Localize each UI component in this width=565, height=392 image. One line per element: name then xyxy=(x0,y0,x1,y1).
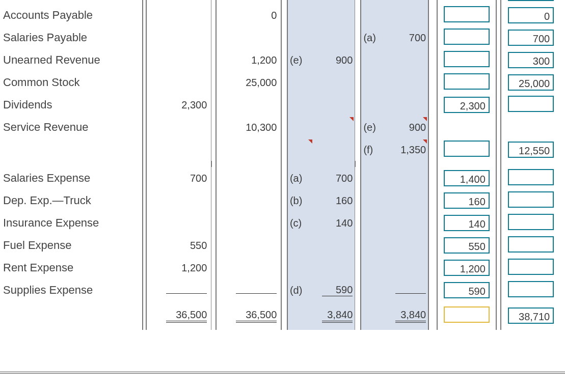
atb-debit-input[interactable]: 160 xyxy=(444,192,490,209)
account-name: Salaries Payable xyxy=(0,26,143,49)
table-row: Insurance Expense(c)140140 xyxy=(0,212,560,234)
account-name: Dep. Exp.—Truck xyxy=(0,189,143,212)
adj-debit-ref xyxy=(287,138,313,161)
atb-credit-input[interactable] xyxy=(508,281,554,297)
tb-credit xyxy=(216,189,281,212)
account-name: Dividends xyxy=(0,94,143,116)
account-name: Unearned Revenue xyxy=(0,49,143,71)
adj-debit-amt xyxy=(313,234,355,257)
atb-credit-input[interactable]: 160 xyxy=(508,0,554,1)
adj-credit-ref xyxy=(361,189,387,212)
adj-debit-amt: 700 xyxy=(313,167,355,189)
adj-credit-amt xyxy=(387,279,429,301)
section-divider xyxy=(0,372,565,374)
tb-debit xyxy=(146,49,211,71)
atb-credit-cell xyxy=(501,94,560,116)
adj-credit-amt xyxy=(387,167,429,189)
atb-credit-input[interactable]: 300 xyxy=(508,52,554,68)
adj-debit-amt xyxy=(313,116,355,138)
adj-debit-ref xyxy=(287,26,313,49)
atb-debit-total-input[interactable] xyxy=(444,306,490,323)
adj-credit-amt: 700 xyxy=(387,26,429,49)
atb-credit-cell: 160 xyxy=(501,0,560,4)
atb-credit-input[interactable] xyxy=(508,96,554,112)
atb-credit-total-input[interactable]: 38,710 xyxy=(508,307,554,324)
atb-debit-input[interactable]: 2,300 xyxy=(444,97,490,113)
atb-credit-input[interactable] xyxy=(508,236,554,253)
atb-credit-input[interactable]: 12,550 xyxy=(508,142,554,158)
table-row: Dep. Exp.—Truck(b)160160 xyxy=(0,189,560,212)
tb-debit xyxy=(146,4,211,26)
adj-credit-amt: 1,350 xyxy=(387,138,429,161)
adj-credit-ref: (b) xyxy=(361,0,387,4)
adj-credit-amt xyxy=(387,212,429,234)
atb-debit-cell xyxy=(437,4,497,26)
adj-credit-amt xyxy=(387,4,429,26)
atb-debit-cell: 1,200 xyxy=(437,257,497,279)
atb-credit-cell xyxy=(501,116,560,138)
adj-debit-amt xyxy=(313,94,355,116)
atb-debit-input[interactable]: 1,400 xyxy=(444,170,490,186)
atb-credit-input[interactable] xyxy=(508,214,554,230)
tb-debit: 1,200 xyxy=(146,257,211,279)
adj-debit-ref xyxy=(287,0,313,4)
atb-credit-input[interactable]: 25,000 xyxy=(508,74,554,91)
atb-debit-input[interactable]: 140 xyxy=(444,215,490,231)
atb-debit-input[interactable] xyxy=(444,73,490,90)
adj-credit-ref: (a) xyxy=(361,26,387,49)
adj-credit-ref xyxy=(361,71,387,94)
tb-credit xyxy=(216,26,281,49)
adj-credit-ref xyxy=(361,234,387,257)
tb-credit: 1,200 xyxy=(216,49,281,71)
atb-debit-input[interactable] xyxy=(444,6,490,22)
tb-debit xyxy=(146,116,211,138)
atb-debit-input[interactable]: 590 xyxy=(444,282,490,298)
tb-credit xyxy=(216,94,281,116)
tb-debit xyxy=(146,0,211,4)
tb-credit xyxy=(216,212,281,234)
table-row: Unearned Revenue1,200(e)900300 xyxy=(0,49,560,71)
atb-debit-cell xyxy=(437,26,497,49)
atb-credit-input[interactable]: 700 xyxy=(508,30,554,46)
tb-credit xyxy=(216,234,281,257)
tb-debit: 550 xyxy=(146,234,211,257)
atb-debit-input[interactable]: 550 xyxy=(444,237,490,254)
adj-credit-ref xyxy=(361,94,387,116)
adj-debit-ref: (e) xyxy=(287,49,313,71)
adj-debit-amt: 160 xyxy=(313,189,355,212)
adj-debit-total: 3,840 xyxy=(313,301,355,330)
tb-credit: 10,300 xyxy=(216,116,281,138)
atb-debit-cell xyxy=(437,116,497,138)
adj-debit-amt xyxy=(313,71,355,94)
adj-debit-amt xyxy=(313,138,355,161)
atb-credit-cell: 0 xyxy=(501,4,560,26)
atb-debit-input[interactable] xyxy=(444,141,490,157)
atb-debit-cell xyxy=(437,0,497,4)
table-row: Accounts Payable00 xyxy=(0,4,560,26)
adj-debit-amt xyxy=(313,4,355,26)
account-name: Common Stock xyxy=(0,71,143,94)
atb-debit-cell: 1,400 xyxy=(437,167,497,189)
atb-credit-input[interactable] xyxy=(508,259,554,275)
adj-credit-amt xyxy=(387,189,429,212)
atb-debit-input[interactable] xyxy=(444,51,490,67)
atb-credit-input[interactable]: 0 xyxy=(508,7,554,23)
atb-credit-cell xyxy=(501,234,560,257)
atb-debit-input[interactable] xyxy=(444,29,490,45)
atb-debit-input[interactable]: 1,200 xyxy=(444,260,490,276)
atb-debit-cell: 2,300 xyxy=(437,94,497,116)
adj-credit-ref xyxy=(361,4,387,26)
totals-row: 36,50036,5003,8403,84038,710 xyxy=(0,301,560,330)
adj-debit-ref: (b) xyxy=(287,189,313,212)
atb-credit-input[interactable] xyxy=(508,169,554,185)
tb-credit: 25,000 xyxy=(216,71,281,94)
atb-credit-input[interactable] xyxy=(508,191,554,208)
adj-debit-amt xyxy=(313,0,355,4)
adj-debit-amt: 900 xyxy=(313,49,355,71)
atb-debit-cell xyxy=(437,71,497,94)
atb-credit-cell: 300 xyxy=(501,49,560,71)
tb-debit: 2,300 xyxy=(146,94,211,116)
atb-debit-cell: 590 xyxy=(437,279,497,301)
adj-debit-ref xyxy=(287,4,313,26)
tb-debit-total: 36,500 xyxy=(146,301,211,330)
